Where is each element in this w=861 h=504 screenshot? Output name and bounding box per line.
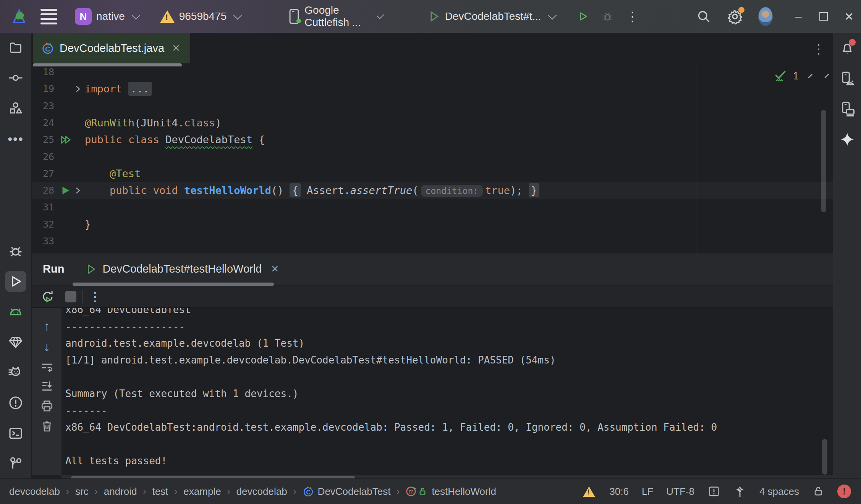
console-toolbar: ↑ ↓: [32, 308, 62, 475]
commit-tool-icon[interactable]: [5, 67, 26, 89]
breadcrumb-separator-icon: ›: [293, 486, 296, 497]
maximize-button[interactable]: [816, 6, 832, 27]
project-selector[interactable]: N native: [75, 8, 138, 25]
app-quality-insights-tool-icon[interactable]: [5, 331, 26, 353]
run-config-play-icon: [427, 10, 440, 23]
code-editor[interactable]: 1819import ...2324@RunWith(JUnit4.class)…: [32, 66, 833, 253]
print-icon[interactable]: [40, 399, 54, 413]
running-devices-tool-icon[interactable]: [837, 98, 858, 120]
device-selector[interactable]: Google Cuttlefish ...: [288, 4, 381, 29]
breadcrumb-item[interactable]: android: [104, 486, 137, 498]
breadcrumb-item[interactable]: CDevCodelabTest: [303, 486, 391, 498]
fold-chevron-icon[interactable]: [73, 186, 83, 195]
close-run-tab-icon[interactable]: ✕: [271, 263, 279, 275]
breadcrumb-item[interactable]: test: [152, 486, 168, 498]
caret-position[interactable]: 30:6: [609, 486, 629, 498]
line-number: 33: [32, 233, 54, 250]
project-tool-icon[interactable]: [5, 37, 26, 58]
avatar[interactable]: [758, 7, 773, 26]
settings-button[interactable]: [727, 8, 743, 24]
line-ending[interactable]: LF: [642, 486, 653, 498]
minimize-button[interactable]: –: [790, 6, 806, 27]
line-number: 28: [32, 182, 54, 199]
file-tab[interactable]: C DevCodelabTest.java ✕: [33, 33, 190, 63]
breadcrumb-label: DevCodelabTest: [318, 486, 391, 498]
console-output[interactable]: x86_64 DevCodelabTest-------------------…: [62, 308, 833, 475]
breadcrumb[interactable]: devcodelab›src›android›test›example›devc…: [9, 486, 496, 498]
lock-toggle-icon[interactable]: [812, 485, 824, 498]
more-tool-windows-icon[interactable]: •••: [5, 128, 26, 150]
run-more-options-button[interactable]: ⋮: [89, 289, 101, 304]
debug-tool-icon[interactable]: [5, 241, 26, 262]
editor-line: 24@RunWith(JUnit4.class): [32, 115, 833, 131]
status-warning-icon[interactable]: [583, 486, 595, 496]
run-panel-header: Run DevCodelabTest#testHelloWorld ✕: [32, 253, 833, 285]
breadcrumb-separator-icon: ›: [227, 486, 230, 497]
more-actions-button[interactable]: ⋮: [626, 9, 639, 24]
tab-options-button[interactable]: ⋮: [812, 41, 825, 57]
breadcrumb-item[interactable]: devcodelab: [236, 486, 287, 498]
soft-wrap-icon[interactable]: [40, 360, 54, 373]
editor-scrollbar[interactable]: [821, 110, 826, 212]
structure-tool-icon[interactable]: [5, 97, 26, 119]
search-everywhere-button[interactable]: [696, 9, 711, 24]
run-config-name: DevCodelabTest#t...: [445, 10, 541, 23]
run-tab-scrollbar[interactable]: [73, 283, 274, 286]
close-tab-icon[interactable]: ✕: [172, 42, 180, 54]
error-indicator[interactable]: !: [837, 485, 851, 498]
line-number: 23: [32, 98, 54, 115]
breadcrumb-item[interactable]: devcodelab: [9, 486, 60, 498]
profiler-tool-icon[interactable]: [5, 362, 26, 383]
editor-line: 28 public void testHelloWorld() { Assert…: [32, 182, 833, 199]
line-number: 24: [32, 115, 54, 131]
breadcrumb-separator-icon: ›: [66, 486, 69, 497]
run-tab[interactable]: DevCodelabTest#testHelloWorld ✕: [81, 253, 283, 285]
encoding[interactable]: UTF-8: [666, 486, 694, 498]
main-menu-button[interactable]: [40, 9, 57, 24]
run-configuration-selector[interactable]: DevCodelabTest#t...: [427, 10, 554, 23]
stop-button[interactable]: [65, 291, 76, 302]
chevron-down-icon: [377, 11, 384, 19]
inspection-widget[interactable]: 1: [774, 67, 827, 85]
problems-tool-icon[interactable]: [5, 392, 26, 414]
rerun-button[interactable]: [40, 289, 55, 304]
debug-button[interactable]: [602, 9, 613, 24]
notifications-bell-icon[interactable]: [837, 37, 858, 59]
console-vscrollbar[interactable]: [822, 439, 827, 475]
console-line: [65, 436, 833, 452]
breadcrumb-item[interactable]: example: [183, 486, 221, 498]
console-line: x86_64 DevCodelabTest:android.test.examp…: [65, 419, 833, 436]
scroll-down-icon[interactable]: ↓: [44, 339, 50, 354]
breadcrumb-item[interactable]: src: [75, 486, 89, 498]
close-window-button[interactable]: ✕: [841, 6, 857, 27]
build-id: 9659b475: [179, 10, 227, 23]
prev-problem-icon[interactable]: [808, 74, 812, 78]
indent-setting[interactable]: 4 spaces: [759, 486, 799, 498]
run-gutter-icon[interactable]: [60, 134, 72, 145]
editor-line: 31: [32, 199, 833, 216]
branch-selector[interactable]: 9659b475: [160, 10, 240, 23]
highlighting-level-icon[interactable]: [733, 485, 746, 498]
code-text: @Test: [85, 165, 141, 182]
breadcrumb-item[interactable]: mtestHelloWorld: [406, 486, 496, 498]
fold-chevron-icon[interactable]: [73, 84, 83, 94]
class-icon: C: [303, 486, 314, 497]
readonly-toggle-icon[interactable]: [707, 485, 720, 498]
editor-line: 25public class DevCodelabTest {: [32, 131, 833, 148]
terminal-tool-icon[interactable]: [5, 423, 26, 444]
clear-console-icon[interactable]: [40, 419, 54, 433]
device-manager-tool-icon[interactable]: [837, 68, 858, 89]
editor-line: 26: [32, 149, 833, 165]
run-gutter-icon[interactable]: [60, 185, 71, 196]
version-control-tool-icon[interactable]: [5, 453, 26, 474]
scroll-to-end-icon[interactable]: [40, 379, 54, 393]
device-phone-icon: [288, 9, 300, 24]
run-button[interactable]: [578, 10, 588, 23]
inspection-count: 1: [793, 70, 799, 82]
run-tool-icon[interactable]: [5, 271, 26, 292]
logcat-tool-icon[interactable]: [5, 301, 26, 323]
breadcrumb-label: example: [183, 486, 221, 498]
gemini-tool-icon[interactable]: [837, 129, 858, 150]
scroll-up-icon[interactable]: ↑: [44, 319, 50, 334]
run-panel-title: Run: [43, 263, 64, 275]
